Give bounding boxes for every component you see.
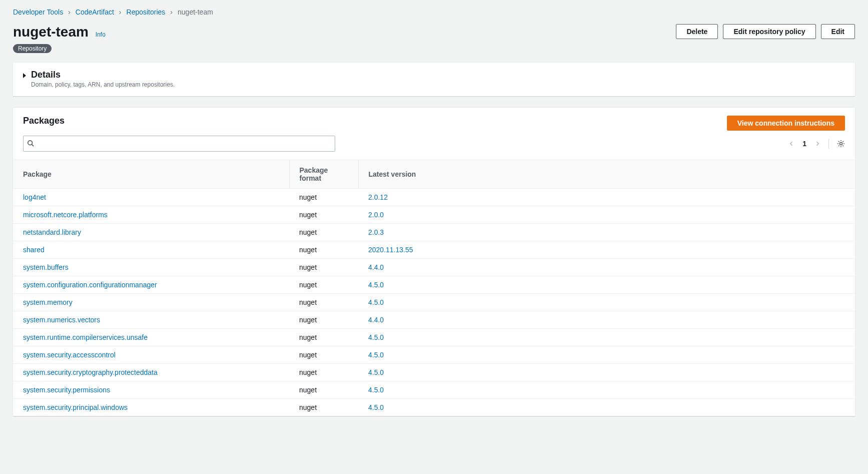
package-link[interactable]: microsoft.netcore.platforms xyxy=(23,211,108,219)
edit-repository-policy-button[interactable]: Edit repository policy xyxy=(723,24,815,39)
package-link[interactable]: system.security.cryptography.protectedda… xyxy=(23,368,158,376)
page-title: nuget-team xyxy=(13,24,89,40)
package-link[interactable]: system.memory xyxy=(23,298,73,306)
edit-button[interactable]: Edit xyxy=(821,24,855,39)
col-package[interactable]: Package xyxy=(13,160,289,189)
package-link[interactable]: system.numerics.vectors xyxy=(23,316,100,324)
package-format: nuget xyxy=(289,329,358,346)
page-number: 1 xyxy=(802,140,806,148)
table-row: system.security.permissionsnuget4.5.0 xyxy=(13,381,855,399)
details-subtitle: Domain, policy, tags, ARN, and upstream … xyxy=(31,81,175,88)
chevron-right-icon[interactable] xyxy=(814,141,820,147)
table-row: system.runtime.compilerservices.unsafenu… xyxy=(13,329,855,346)
details-panel: Details Domain, policy, tags, ARN, and u… xyxy=(13,62,855,96)
table-row: netstandard.librarynuget2.0.3 xyxy=(13,224,855,241)
breadcrumb: Developer Tools › CodeArtifact › Reposit… xyxy=(0,0,868,21)
package-format: nuget xyxy=(289,381,358,399)
version-link[interactable]: 4.5.0 xyxy=(368,281,384,289)
package-link[interactable]: system.configuration.configurationmanage… xyxy=(23,281,157,289)
package-link[interactable]: system.security.principal.windows xyxy=(23,403,128,411)
package-link[interactable]: system.security.permissions xyxy=(23,386,110,394)
package-format: nuget xyxy=(289,399,358,416)
package-format: nuget xyxy=(289,276,358,294)
chevron-left-icon[interactable] xyxy=(788,141,794,147)
version-link[interactable]: 2020.11.13.55 xyxy=(368,246,413,254)
version-link[interactable]: 2.0.12 xyxy=(368,193,388,201)
breadcrumb-current: nuget-team xyxy=(178,8,213,16)
package-format: nuget xyxy=(289,311,358,329)
package-format: nuget xyxy=(289,241,358,259)
version-link[interactable]: 4.5.0 xyxy=(368,351,384,359)
table-row: microsoft.netcore.platformsnuget2.0.0 xyxy=(13,206,855,224)
package-format: nuget xyxy=(289,346,358,364)
version-link[interactable]: 4.5.0 xyxy=(368,298,384,306)
version-link[interactable]: 2.0.0 xyxy=(368,211,384,219)
package-format: nuget xyxy=(289,259,358,276)
version-link[interactable]: 4.5.0 xyxy=(368,386,384,394)
chevron-right-icon: › xyxy=(68,8,71,16)
table-row: sharednuget2020.11.13.55 xyxy=(13,241,855,259)
table-row: system.security.cryptography.protectedda… xyxy=(13,364,855,381)
info-link[interactable]: Info xyxy=(96,31,106,38)
delete-button[interactable]: Delete xyxy=(676,24,718,39)
chevron-right-icon: › xyxy=(119,8,122,16)
search-icon xyxy=(27,140,34,147)
package-format: nuget xyxy=(289,364,358,381)
package-format: nuget xyxy=(289,206,358,224)
table-row: system.configuration.configurationmanage… xyxy=(13,276,855,294)
table-row: system.buffersnuget4.4.0 xyxy=(13,259,855,276)
table-row: system.security.principal.windowsnuget4.… xyxy=(13,399,855,416)
col-version[interactable]: Latest version xyxy=(358,160,855,189)
table-row: system.security.accesscontrolnuget4.5.0 xyxy=(13,346,855,364)
details-toggle[interactable]: Details Domain, policy, tags, ARN, and u… xyxy=(13,63,855,96)
package-format: nuget xyxy=(289,189,358,206)
package-link[interactable]: netstandard.library xyxy=(23,228,81,236)
view-connection-instructions-button[interactable]: View connection instructions xyxy=(727,116,845,131)
package-format: nuget xyxy=(289,224,358,241)
divider xyxy=(828,139,829,149)
caret-right-icon xyxy=(23,73,26,78)
version-link[interactable]: 4.5.0 xyxy=(368,403,384,411)
package-link[interactable]: system.runtime.compilerservices.unsafe xyxy=(23,333,148,341)
repository-badge: Repository xyxy=(13,44,52,53)
breadcrumb-link[interactable]: Developer Tools xyxy=(13,8,63,16)
col-format[interactable]: Package format xyxy=(289,160,358,189)
package-link[interactable]: shared xyxy=(23,246,45,254)
gear-icon[interactable] xyxy=(837,140,845,148)
breadcrumb-link[interactable]: Repositories xyxy=(127,8,166,16)
version-link[interactable]: 4.4.0 xyxy=(368,316,384,324)
packages-table: Package Package format Latest version lo… xyxy=(13,160,855,416)
breadcrumb-link[interactable]: CodeArtifact xyxy=(76,8,114,16)
version-link[interactable]: 4.5.0 xyxy=(368,333,384,341)
table-row: system.numerics.vectorsnuget4.4.0 xyxy=(13,311,855,329)
table-row: system.memorynuget4.5.0 xyxy=(13,294,855,311)
chevron-right-icon: › xyxy=(170,8,173,16)
pagination: 1 xyxy=(788,139,845,149)
search-input[interactable] xyxy=(23,136,335,152)
package-format: nuget xyxy=(289,294,358,311)
details-title: Details xyxy=(31,70,175,80)
svg-point-0 xyxy=(28,141,33,145)
package-link[interactable]: system.buffers xyxy=(23,263,69,271)
package-link[interactable]: log4net xyxy=(23,193,46,201)
table-row: log4netnuget2.0.12 xyxy=(13,189,855,206)
packages-title: Packages xyxy=(23,116,65,126)
version-link[interactable]: 4.5.0 xyxy=(368,368,384,376)
svg-line-1 xyxy=(32,145,34,147)
svg-point-2 xyxy=(840,143,842,145)
packages-panel: Packages View connection instructions 1 … xyxy=(13,107,855,416)
package-link[interactable]: system.security.accesscontrol xyxy=(23,351,116,359)
version-link[interactable]: 4.4.0 xyxy=(368,263,384,271)
version-link[interactable]: 2.0.3 xyxy=(368,228,384,236)
